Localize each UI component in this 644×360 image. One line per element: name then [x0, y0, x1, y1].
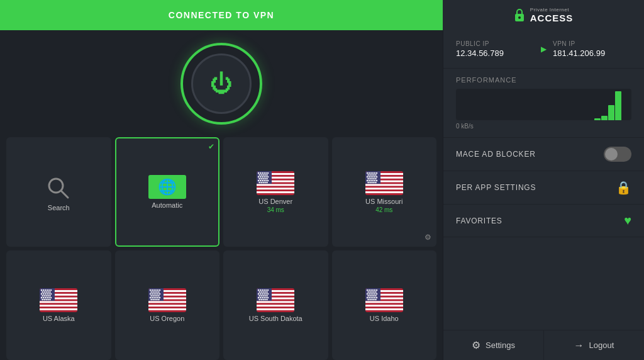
- svg-point-109: [48, 293, 50, 295]
- us-denver-label: US Denver: [258, 198, 292, 205]
- per-app-lock-icon: 🔒: [616, 180, 631, 195]
- svg-point-137: [153, 290, 155, 291]
- svg-point-65: [369, 176, 370, 177]
- us-alaska-label: US Alaska: [43, 315, 75, 322]
- logout-label: Logout: [589, 340, 614, 350]
- svg-point-12: [258, 172, 259, 173]
- svg-point-153: [152, 295, 153, 296]
- svg-point-233: [376, 293, 377, 295]
- svg-point-229: [369, 293, 370, 295]
- public-ip-group: Public IP 12.34.56.789: [456, 40, 535, 58]
- svg-rect-215: [365, 308, 403, 310]
- svg-point-117: [43, 297, 44, 298]
- svg-point-22: [267, 174, 268, 175]
- svg-point-1: [518, 16, 521, 19]
- svg-point-185: [265, 291, 266, 293]
- svg-point-141: [150, 291, 152, 293]
- svg-point-247: [371, 299, 372, 300]
- svg-point-201: [264, 297, 265, 298]
- svg-point-73: [373, 177, 374, 179]
- svg-point-99: [50, 290, 52, 291]
- svg-point-197: [267, 295, 268, 296]
- logo-access: ACCESS: [530, 13, 574, 23]
- svg-point-154: [154, 295, 155, 296]
- connected-status-bar: CONNECTED TO VPN: [0, 0, 443, 30]
- favorites-label: FAVORITES: [456, 217, 502, 225]
- svg-point-148: [153, 293, 155, 295]
- svg-point-167: [158, 299, 159, 300]
- us-denver-server-item[interactable]: US Denver 34 ms: [223, 137, 328, 247]
- svg-point-57: [374, 172, 375, 173]
- svg-point-58: [376, 172, 377, 173]
- right-panel: Public IP 12.34.56.789 ▶ VPN IP 181.41.2…: [443, 30, 644, 360]
- svg-point-106: [43, 293, 44, 295]
- svg-point-63: [375, 174, 376, 175]
- svg-point-237: [373, 295, 374, 296]
- svg-point-161: [157, 297, 158, 298]
- search-server-item[interactable]: Search: [6, 137, 111, 247]
- svg-point-53: [367, 172, 368, 173]
- svg-rect-214: [365, 305, 403, 307]
- per-app-settings-section[interactable]: PER APP SETTINGS 🔒: [443, 171, 644, 205]
- svg-point-194: [261, 295, 262, 296]
- svg-point-42: [263, 181, 264, 183]
- svg-point-39: [267, 179, 269, 181]
- automatic-server-item[interactable]: ✔ 🌐 Automatic: [115, 137, 220, 247]
- favorites-section[interactable]: FAVORITES ♥: [443, 205, 644, 237]
- logout-button[interactable]: → Logout: [544, 330, 644, 360]
- auto-icon: 🌐: [148, 175, 186, 199]
- svg-point-182: [259, 291, 260, 293]
- mace-ad-blocker-section[interactable]: MACE AD BLOCKER: [443, 138, 644, 171]
- us-missouri-ms: 42 ms: [375, 206, 392, 213]
- svg-point-105: [41, 293, 42, 295]
- us-idaho-server-item[interactable]: US Idaho: [332, 250, 437, 360]
- svg-point-221: [374, 290, 375, 291]
- mace-ad-blocker-toggle[interactable]: [604, 147, 631, 162]
- svg-point-199: [260, 297, 261, 298]
- svg-point-242: [372, 297, 374, 298]
- svg-point-56: [372, 172, 374, 173]
- svg-point-190: [264, 293, 265, 295]
- svg-rect-50: [365, 188, 403, 189]
- settings-button[interactable]: ⚙ Settings: [443, 330, 544, 360]
- svg-point-156: [158, 295, 159, 296]
- public-ip-label: Public IP: [456, 40, 535, 47]
- svg-point-232: [374, 293, 375, 295]
- server-grid: Search ✔ 🌐 Automatic: [0, 137, 443, 360]
- svg-rect-10: [257, 191, 294, 193]
- svg-point-234: [367, 295, 369, 296]
- svg-rect-51: [365, 191, 403, 193]
- us-south-dakota-server-item[interactable]: US South Dakota: [223, 250, 328, 360]
- svg-point-228: [367, 293, 368, 295]
- svg-point-147: [152, 293, 153, 295]
- svg-point-166: [156, 299, 157, 300]
- svg-point-82: [369, 181, 370, 183]
- svg-point-143: [154, 291, 155, 293]
- us-missouri-server-item[interactable]: US Missouri 42 ms ⚙: [332, 137, 437, 247]
- search-icon: [43, 172, 74, 204]
- svg-point-223: [367, 291, 369, 293]
- svg-point-135: [150, 290, 151, 291]
- svg-point-145: [158, 291, 159, 293]
- svg-point-114: [48, 295, 49, 296]
- svg-point-43: [265, 181, 266, 183]
- svg-point-102: [46, 291, 47, 293]
- svg-point-66: [370, 176, 372, 177]
- svg-point-118: [45, 297, 46, 298]
- svg-point-41: [261, 181, 262, 183]
- us-missouri-flag: [365, 171, 403, 195]
- power-button[interactable]: ⏻: [180, 43, 262, 125]
- svg-point-113: [46, 295, 47, 296]
- us-idaho-label: US Idaho: [370, 315, 399, 322]
- us-alaska-server-item[interactable]: US Alaska: [6, 250, 111, 360]
- svg-point-126: [50, 299, 51, 300]
- us-idaho-flag: [365, 288, 403, 312]
- vpn-ip-value: 181.41.206.99: [553, 48, 631, 58]
- svg-point-97: [47, 290, 48, 291]
- us-alaska-flag: [40, 288, 77, 312]
- favorites-heart-icon: ♥: [624, 213, 631, 228]
- us-oregon-server-item[interactable]: US Oregon: [115, 250, 220, 360]
- svg-point-205: [261, 299, 262, 300]
- svg-point-67: [372, 176, 374, 177]
- svg-point-248: [373, 299, 374, 300]
